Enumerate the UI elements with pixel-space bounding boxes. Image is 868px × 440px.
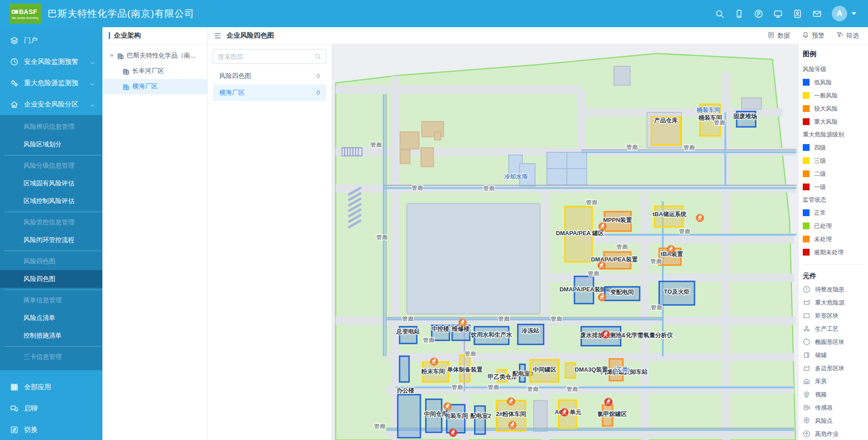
legend-item-label: 低风险 (814, 78, 832, 87)
submenu-item[interactable]: 风险闭环管控流程 (0, 231, 102, 249)
sidebar-item[interactable]: 切换 (0, 419, 102, 440)
risk-marker-icon[interactable] (449, 429, 457, 437)
sidebar-submenu: 风险辨识信息管理风险区域划分风险分级信息管理区域固有风险评估区域控制风险评估风险… (0, 115, 102, 370)
zone-label: DMAPA/PEA装置 (591, 256, 637, 263)
legend-swatch (803, 79, 810, 86)
layer-item[interactable]: 风险四色图0 (213, 68, 326, 84)
site-map-svg[interactable]: 产品仓库桶装车间固废堆场MPPN装置tBA储运系统DMAPA/PEA 罐区DMA… (332, 44, 798, 440)
risk-zone[interactable] (400, 356, 409, 382)
tree-node[interactable]: 横海厂区 (102, 79, 207, 94)
layers-icon (10, 36, 19, 45)
risk-zone[interactable] (565, 363, 575, 378)
risk-marker-icon[interactable] (508, 421, 516, 429)
layer-search (213, 49, 326, 64)
layer-item-count: 0 (317, 73, 320, 79)
submenu-item[interactable]: 风险四色图 (0, 270, 102, 288)
chevron-down-icon (90, 59, 95, 65)
toolbar-button-label: 预警 (812, 32, 825, 40)
page-title: 企业风险四色图 (227, 31, 274, 40)
org-tree: 巴斯夫特性化学品（南...长丰河厂区横海厂区 (102, 44, 207, 94)
sidebar-item[interactable]: 全部应用 (0, 377, 102, 398)
risk-zone-配电室2[interactable] (475, 406, 485, 434)
legend-components: 待整改隐患重大危险源矩形区块生产工艺椭圆形区块储罐多边形区块库房视频传感器风险点… (803, 283, 868, 440)
search-icon[interactable] (715, 9, 724, 19)
sidebar-item-label: 全部应用 (24, 383, 51, 392)
tree-caret-icon[interactable] (110, 54, 114, 57)
work-icon (803, 430, 810, 438)
submenu-item: 两单信息管理 (0, 291, 102, 309)
submenu-item[interactable]: 风险区域划分 (0, 135, 102, 153)
sidebar-item[interactable]: 重大危险源监测预 (0, 73, 102, 94)
risk-marker-icon[interactable] (604, 398, 612, 406)
legend-component-label: 多边形区块 (815, 364, 844, 372)
risk-marker-icon[interactable] (696, 214, 704, 222)
layer-search-input[interactable] (218, 53, 314, 60)
submenu-item[interactable]: 控制措施清单 (0, 327, 102, 344)
pipe-corridor-label: 管廊 (374, 423, 386, 430)
legend-component-label: 生产工艺 (815, 325, 839, 333)
legend-swatch (803, 209, 810, 216)
layer-item-label: 风险四色图 (219, 72, 251, 80)
sidebar-item[interactable]: 安全风险监测预警 (0, 51, 102, 73)
phone-icon[interactable] (734, 9, 744, 19)
avatar[interactable]: A (832, 6, 847, 21)
toolbar-button-label: 筛选 (846, 32, 859, 40)
org-tree-header: 企业架构 (102, 27, 207, 44)
sidebar-item[interactable]: 门户 (0, 30, 102, 51)
sidebar-item[interactable]: 启聊 (0, 398, 102, 419)
contacts-icon[interactable] (793, 9, 802, 19)
legend-item-label: 较大风险 (814, 105, 838, 113)
layer-item[interactable]: 横海厂区0 (213, 84, 326, 101)
avatar-caret-icon[interactable] (852, 12, 856, 15)
risk-marker-icon[interactable] (598, 293, 606, 301)
pipe-corridor-label: 管廊 (527, 386, 539, 392)
org-tree-panel: 企业架构 巴斯夫特性化学品（南...长丰河厂区横海厂区 (102, 27, 207, 440)
submenu-item[interactable]: 区域控制风险评估 (0, 192, 102, 210)
submenu-divider (5, 155, 102, 155)
zone-label: 变配电间 (610, 289, 634, 295)
zone-label: 总变电站 (396, 328, 420, 335)
monitor-icon[interactable] (773, 9, 783, 19)
submenu-divider (5, 290, 102, 290)
legend-component-item: 风险点 (803, 414, 868, 427)
parking-icon[interactable] (754, 9, 763, 19)
legend-item-label: 一级 (814, 183, 826, 191)
risk-marker-icon[interactable] (560, 408, 569, 416)
toolbar-button-doc[interactable]: 数据 (767, 31, 790, 40)
risk-zone-办公楼[interactable] (398, 395, 420, 438)
legend-component-item: 高危作业 (803, 427, 868, 440)
risk-marker-icon[interactable] (444, 402, 452, 411)
submenu-item[interactable]: 区域固有风险评估 (0, 174, 102, 192)
funnel-icon (836, 31, 844, 40)
pipe-corridor-label: 管廊 (714, 120, 726, 126)
toolbar-button-bell[interactable]: 预警 (802, 31, 825, 40)
pipe-corridor-label: 管廊 (567, 386, 579, 392)
mail-icon[interactable] (812, 9, 822, 19)
risk-marker-icon[interactable] (507, 397, 515, 406)
zone-label: 产品仓库 (654, 117, 678, 124)
zone-label: 废水排放检测池&化学需氧量分析仪 (580, 332, 673, 338)
zone-label: DMAPA/PEA 罐区 (556, 230, 604, 237)
tree-node[interactable]: 长丰河厂区 (102, 63, 207, 79)
legend-item: 较大风险 (803, 102, 868, 115)
chevron-down-icon (90, 81, 95, 86)
risk-marker-icon[interactable] (667, 245, 675, 253)
toolbar-button-funnel[interactable]: 筛选 (836, 31, 859, 40)
risk-marker-icon[interactable] (602, 330, 610, 338)
search-icon[interactable] (314, 53, 321, 60)
risk-marker-icon[interactable] (598, 222, 607, 231)
risk-marker-icon[interactable] (458, 319, 467, 327)
submenu-item[interactable]: 风险点清单 (0, 309, 102, 327)
pipe-corridor-label: 管廊 (679, 228, 691, 235)
sidebar-item[interactable]: 企业安全风险分区 (0, 94, 102, 115)
sidebar-item-label: 切换 (24, 425, 38, 434)
pipe-corridor-label: 管廊 (498, 316, 510, 322)
legend-component-item: 传感器 (803, 401, 868, 414)
legend-component-item: 库房 (803, 375, 868, 388)
risk-marker-icon[interactable] (598, 261, 606, 270)
tree-node[interactable]: 巴斯夫特性化学品（南... (102, 48, 207, 63)
process-icon (803, 325, 810, 333)
legend-item: 低风险 (803, 76, 868, 89)
risk-marker-icon[interactable] (430, 358, 438, 366)
site-map[interactable]: 产品仓库桶装车间固废堆场MPPN装置tBA储运系统DMAPA/PEA 罐区DMA… (332, 44, 798, 440)
